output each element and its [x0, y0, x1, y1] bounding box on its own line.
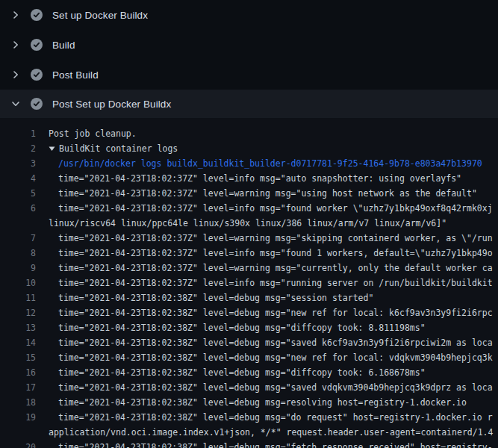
log-line-number[interactable]: 2	[0, 143, 36, 154]
log-line-text: time="2021-04-23T18:02:38Z" level=debug …	[49, 308, 498, 318]
log-line-text: time="2021-04-23T18:02:38Z" level=debug …	[49, 337, 498, 348]
step-label: Set up Docker Buildx	[52, 10, 148, 21]
step-header-build[interactable]: Build	[0, 30, 498, 60]
log-line-number[interactable]: 18	[0, 397, 36, 408]
log-line: 1Post job cleanup.	[0, 126, 498, 141]
log-line-text: time="2021-04-23T18:02:38Z" level=debug …	[49, 442, 498, 448]
log-line: 8time="2021-04-23T18:02:37Z" level=info …	[0, 246, 498, 261]
step-header-post-set-up-docker-buildx[interactable]: Post Set up Docker Buildx	[0, 90, 498, 118]
log-line: 9time="2021-04-23T18:02:37Z" level=warni…	[0, 261, 498, 276]
log-line-number[interactable]: 1	[0, 128, 36, 139]
chevron-right-icon[interactable]	[10, 69, 22, 81]
log-line-text: time="2021-04-23T18:02:38Z" level=debug …	[49, 323, 498, 333]
log-area: 1Post job cleanup.2BuildKit container lo…	[0, 118, 498, 448]
check-circle-icon	[31, 39, 43, 51]
log-group-label: BuildKit container logs	[59, 143, 178, 154]
step-header-set-up-docker-buildx[interactable]: Set up Docker Buildx	[0, 0, 498, 30]
log-line-text: time="2021-04-23T18:02:37Z" level=warnin…	[49, 233, 498, 243]
log-line: 18time="2021-04-23T18:02:38Z" level=debu…	[0, 395, 498, 410]
log-line-text: time="2021-04-23T18:02:37Z" level=warnin…	[49, 188, 498, 199]
check-circle-icon	[31, 9, 43, 21]
log-line-text: time="2021-04-23T18:02:38Z" level=debug …	[49, 293, 498, 303]
log-line-number[interactable]: 6	[0, 203, 36, 214]
log-line-text: Post job cleanup.	[49, 128, 498, 139]
log-line-text: time="2021-04-23T18:02:38Z" level=debug …	[49, 412, 498, 423]
log-line-text: time="2021-04-23T18:02:37Z" level=warnin…	[49, 263, 498, 273]
log-line-number[interactable]: 14	[0, 337, 36, 348]
log-line: application/vnd.oci.image.index.v1+json,…	[0, 425, 498, 440]
log-line: 7time="2021-04-23T18:02:37Z" level=warni…	[0, 231, 498, 246]
check-circle-icon	[31, 98, 43, 110]
log-line-number[interactable]: 15	[0, 352, 36, 363]
log-line: 11time="2021-04-23T18:02:38Z" level=debu…	[0, 290, 498, 305]
log-line-number[interactable]: 12	[0, 308, 36, 318]
step-list: Set up Docker BuildxBuildPost BuildPost …	[0, 0, 498, 118]
log-line: 19time="2021-04-23T18:02:38Z" level=debu…	[0, 410, 498, 425]
log-line-number[interactable]: 19	[0, 412, 36, 423]
step-label: Post Build	[52, 69, 99, 81]
log-line: 10time="2021-04-23T18:02:37Z" level=info…	[0, 276, 498, 290]
log-line-number[interactable]: 9	[0, 263, 36, 273]
log-line: 5time="2021-04-23T18:02:37Z" level=warni…	[0, 186, 498, 201]
log-line-number[interactable]: 20	[0, 442, 36, 448]
log-line: 17time="2021-04-23T18:02:38Z" level=debu…	[0, 380, 498, 395]
log-line-text: time="2021-04-23T18:02:37Z" level=info m…	[49, 248, 498, 258]
log-line: 6time="2021-04-23T18:02:37Z" level=info …	[0, 201, 498, 216]
step-header-post-build[interactable]: Post Build	[0, 60, 498, 90]
step-label: Post Set up Docker Buildx	[52, 99, 171, 110]
log-line: 14time="2021-04-23T18:02:38Z" level=debu…	[0, 335, 498, 350]
log-command-text: /usr/bin/docker logs buildx_buildkit_bui…	[49, 158, 498, 169]
check-circle-icon	[31, 69, 43, 81]
chevron-right-icon[interactable]	[10, 39, 22, 51]
log-line-text: time="2021-04-23T18:02:37Z" level=info m…	[49, 203, 498, 214]
log-line-text: time="2021-04-23T18:02:37Z" level=info m…	[49, 278, 498, 288]
log-line-text: time="2021-04-23T18:02:38Z" level=debug …	[49, 382, 498, 393]
log-line: 12time="2021-04-23T18:02:38Z" level=debu…	[0, 305, 498, 320]
log-line: 3/usr/bin/docker logs buildx_buildkit_bu…	[0, 156, 498, 171]
log-line-number[interactable]: 4	[0, 173, 36, 184]
log-line: 15time="2021-04-23T18:02:38Z" level=debu…	[0, 350, 498, 365]
log-line-text: time="2021-04-23T18:02:38Z" level=debug …	[49, 352, 498, 363]
log-line-text: application/vnd.oci.image.index.v1+json,…	[49, 427, 498, 438]
log-line: 20time="2021-04-23T18:02:38Z" level=debu…	[0, 440, 498, 448]
log-line: linux/riscv64 linux/ppc64le linux/s390x …	[0, 216, 498, 231]
log-line-text: linux/riscv64 linux/ppc64le linux/s390x …	[49, 218, 498, 228]
chevron-down-icon[interactable]	[10, 98, 22, 110]
log-line-text: time="2021-04-23T18:02:37Z" level=info m…	[49, 173, 498, 184]
log-line-number[interactable]: 16	[0, 367, 36, 378]
log-line-number[interactable]: 13	[0, 323, 36, 333]
log-line: 4time="2021-04-23T18:02:37Z" level=info …	[0, 171, 498, 186]
log-line-number[interactable]: 7	[0, 233, 36, 243]
log-line: 16time="2021-04-23T18:02:38Z" level=debu…	[0, 365, 498, 380]
log-group-row: 2BuildKit container logs	[0, 141, 498, 156]
actions-log-viewer: Set up Docker BuildxBuildPost BuildPost …	[0, 0, 498, 448]
log-line-text: BuildKit container logs	[49, 143, 498, 154]
log-line-number[interactable]: 8	[0, 248, 36, 258]
log-line-number[interactable]: 3	[0, 158, 36, 169]
log-line: 13time="2021-04-23T18:02:38Z" level=debu…	[0, 320, 498, 335]
log-line-text: time="2021-04-23T18:02:38Z" level=debug …	[49, 367, 498, 378]
log-line-number[interactable]: 11	[0, 293, 36, 303]
log-line-number[interactable]: 17	[0, 382, 36, 393]
log-line-number[interactable]: 5	[0, 188, 36, 199]
log-line-text: time="2021-04-23T18:02:38Z" level=debug …	[49, 397, 498, 408]
log-line-number[interactable]: 10	[0, 278, 36, 288]
chevron-right-icon[interactable]	[10, 9, 22, 21]
step-label: Build	[52, 40, 75, 51]
triangle-down-icon[interactable]	[49, 146, 55, 152]
